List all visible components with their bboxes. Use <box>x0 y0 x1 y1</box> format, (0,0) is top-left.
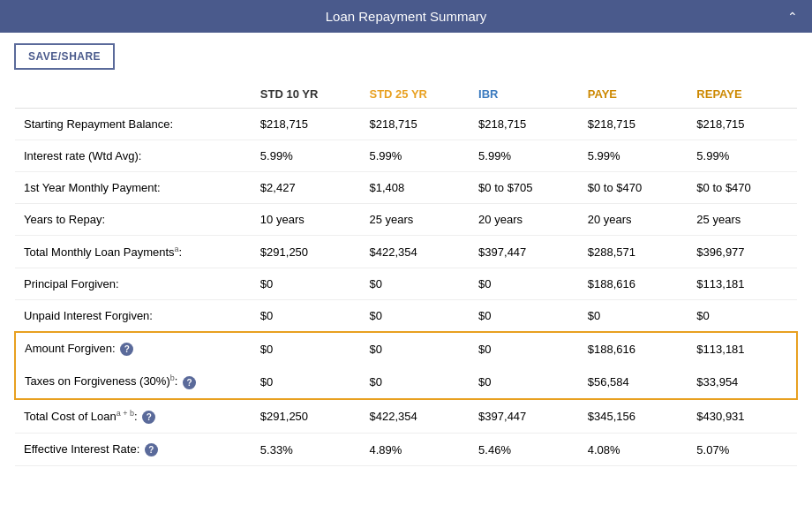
row-paye: $188,616 <box>579 332 688 365</box>
row-std10: $0 <box>252 300 361 333</box>
taxes-forgiveness-row: Taxes on Forgiveness (30%)b: ? $0 $0 $0 … <box>15 365 797 398</box>
row-std10: $218,715 <box>252 109 361 140</box>
row-paye: $288,571 <box>579 236 688 268</box>
row-std25: $0 <box>360 365 470 398</box>
row-repaye: $113,181 <box>688 268 797 300</box>
row-repaye: $33,954 <box>688 365 797 398</box>
total-cost-row: Total Cost of Loana + b: ? $291,250 $422… <box>15 399 797 434</box>
chevron-up-icon[interactable]: ⌃ <box>787 10 798 24</box>
row-repaye: $218,715 <box>688 109 797 140</box>
row-ibr: 5.99% <box>470 140 579 172</box>
table-row: Years to Repay: 10 years 25 years 20 yea… <box>15 204 797 236</box>
row-std25: $422,354 <box>360 236 470 268</box>
col-header-std10: STD 10 YR <box>252 80 361 109</box>
row-label: Principal Forgiven: <box>15 268 252 300</box>
row-std25: $218,715 <box>360 109 470 140</box>
row-std10: $291,250 <box>252 399 361 434</box>
table-row: Unpaid Interest Forgiven: $0 $0 $0 $0 $0 <box>15 300 797 333</box>
amount-forgiven-row: Amount Forgiven: ? $0 $0 $0 $188,616 $11… <box>15 332 797 365</box>
row-std10: 10 years <box>252 204 361 236</box>
help-icon[interactable]: ? <box>120 343 133 356</box>
table-row: Total Monthly Loan Paymentsa: $291,250 $… <box>15 236 797 268</box>
row-repaye: $0 <box>688 300 797 333</box>
row-std25: $0 <box>360 300 470 333</box>
row-ibr: $0 <box>470 268 579 300</box>
row-label: 1st Year Monthly Payment: <box>15 172 252 204</box>
save-share-button[interactable]: SAVE/SHARE <box>14 43 115 70</box>
col-header-std25: STD 25 YR <box>360 80 470 109</box>
row-ibr: $0 <box>470 365 579 398</box>
row-std25: $422,354 <box>360 399 470 434</box>
col-header-ibr: IBR <box>470 80 579 109</box>
row-std25: 4.89% <box>360 434 470 466</box>
row-std10: 5.33% <box>252 434 361 466</box>
row-label: Years to Repay: <box>15 204 252 236</box>
row-label: Starting Repayment Balance: <box>15 109 252 140</box>
row-paye: 4.08% <box>579 434 688 466</box>
header-bar: Loan Repayment Summary ⌃ <box>0 0 812 33</box>
row-ibr: $0 <box>470 300 579 333</box>
help-icon[interactable]: ? <box>142 411 155 424</box>
effective-interest-row: Effective Interest Rate: ? 5.33% 4.89% 5… <box>15 434 797 466</box>
help-icon[interactable]: ? <box>145 443 158 456</box>
row-label: Interest rate (Wtd Avg): <box>15 140 252 172</box>
row-ibr: $0 <box>470 332 579 365</box>
row-paye: $188,616 <box>579 268 688 300</box>
col-header-repaye: REPAYE <box>688 80 797 109</box>
table-row: Starting Repayment Balance: $218,715 $21… <box>15 109 797 140</box>
row-std25: $1,408 <box>360 172 470 204</box>
row-ibr: 5.46% <box>470 434 579 466</box>
row-std10: $0 <box>252 332 361 365</box>
row-repaye: $113,181 <box>688 332 797 365</box>
row-label: Unpaid Interest Forgiven: <box>15 300 252 333</box>
row-paye: $56,584 <box>579 365 688 398</box>
row-label: Amount Forgiven: ? <box>15 332 252 365</box>
row-label: Total Monthly Loan Paymentsa: <box>15 236 252 268</box>
header-title: Loan Repayment Summary <box>326 9 487 24</box>
row-paye: $218,715 <box>579 109 688 140</box>
row-std25: 25 years <box>360 204 470 236</box>
row-std25: $0 <box>360 268 470 300</box>
row-paye: $0 to $470 <box>579 172 688 204</box>
row-ibr: 20 years <box>470 204 579 236</box>
row-paye: 5.99% <box>579 140 688 172</box>
row-std10: $0 <box>252 268 361 300</box>
row-repaye: 25 years <box>688 204 797 236</box>
col-header-label <box>15 80 252 109</box>
row-std10: $0 <box>252 365 361 398</box>
row-repaye: $0 to $470 <box>688 172 797 204</box>
row-ibr: $0 to $705 <box>470 172 579 204</box>
row-repaye: $430,931 <box>688 399 797 434</box>
row-paye: $345,156 <box>579 399 688 434</box>
row-paye: $0 <box>579 300 688 333</box>
table-row: Principal Forgiven: $0 $0 $0 $188,616 $1… <box>15 268 797 300</box>
row-std10: $2,427 <box>252 172 361 204</box>
row-ibr: $397,447 <box>470 399 579 434</box>
help-icon[interactable]: ? <box>183 376 196 389</box>
row-std25: $0 <box>360 332 470 365</box>
row-label: Total Cost of Loana + b: ? <box>15 399 252 434</box>
row-std25: 5.99% <box>360 140 470 172</box>
table-row: Interest rate (Wtd Avg): 5.99% 5.99% 5.9… <box>15 140 797 172</box>
row-label: Taxes on Forgiveness (30%)b: ? <box>15 365 252 398</box>
row-repaye: $396,977 <box>688 236 797 268</box>
col-header-paye: PAYE <box>579 80 688 109</box>
row-std10: $291,250 <box>252 236 361 268</box>
row-ibr: $218,715 <box>470 109 579 140</box>
row-repaye: 5.99% <box>688 140 797 172</box>
row-paye: 20 years <box>579 204 688 236</box>
row-label: Effective Interest Rate: ? <box>15 434 252 466</box>
row-ibr: $397,447 <box>470 236 579 268</box>
row-std10: 5.99% <box>252 140 361 172</box>
row-repaye: 5.07% <box>688 434 797 466</box>
table-row: 1st Year Monthly Payment: $2,427 $1,408 … <box>15 172 797 204</box>
